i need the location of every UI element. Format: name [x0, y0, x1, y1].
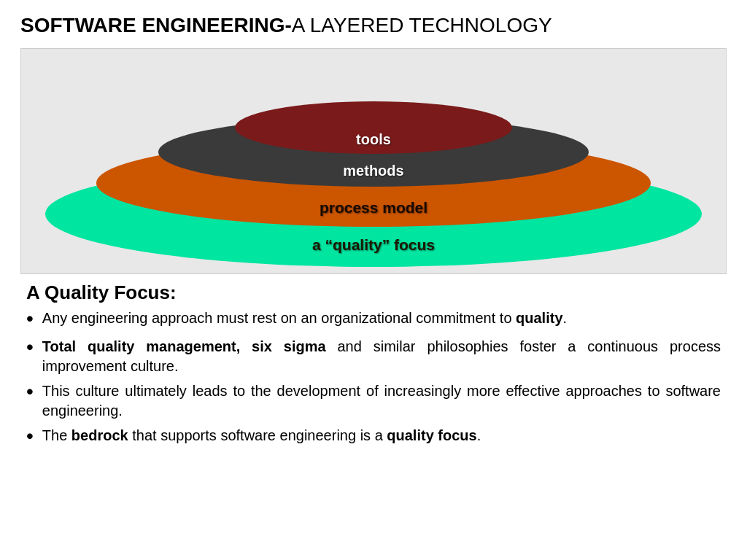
layer-quality-label: a “quality” focus: [45, 236, 702, 254]
bullet-item-2: • Total quality management, six sigma an…: [26, 337, 721, 376]
content-area: A Quality Focus: • Any engineering appro…: [20, 281, 727, 547]
bullet-dot-3: •: [26, 378, 34, 405]
layer-process-label: process model: [96, 199, 651, 217]
bullet-item-1: • Any engineering approach must rest on …: [26, 308, 721, 332]
bullet-dot-1: •: [26, 306, 34, 332]
layer-tools: tools: [235, 101, 512, 154]
layers-container: a “quality” focus process model methods …: [38, 55, 709, 267]
title-part2: A LAYERED TECHNOLOGY: [292, 14, 552, 36]
slide-container: SOFTWARE ENGINEERING-A LAYERED TECHNOLOG…: [0, 0, 747, 560]
bullet-text-2: Total quality management, six sigma and …: [42, 337, 721, 376]
layer-methods-label: methods: [158, 163, 589, 179]
slide-title: SOFTWARE ENGINEERING-A LAYERED TECHNOLOG…: [20, 13, 727, 38]
title-part1: SOFTWARE ENGINEERING-: [20, 14, 292, 36]
bullet-dot-4: •: [26, 423, 34, 449]
layer-tools-label: tools: [235, 131, 512, 148]
bullet-list: • Any engineering approach must rest on …: [26, 308, 721, 450]
section-title: A Quality Focus:: [26, 281, 721, 304]
bullet-item-3: • This culture ultimately leads to the d…: [26, 381, 721, 421]
bullet-text-4: The bedrock that supports software engin…: [42, 426, 721, 446]
bullet-text-1: Any engineering approach must rest on an…: [42, 308, 721, 328]
diagram-area: a “quality” focus process model methods …: [20, 48, 727, 274]
bullet-dot-2: •: [26, 334, 34, 360]
bullet-item-4: • The bedrock that supports software eng…: [26, 426, 721, 449]
bullet-text-3: This culture ultimately leads to the dev…: [42, 381, 721, 421]
